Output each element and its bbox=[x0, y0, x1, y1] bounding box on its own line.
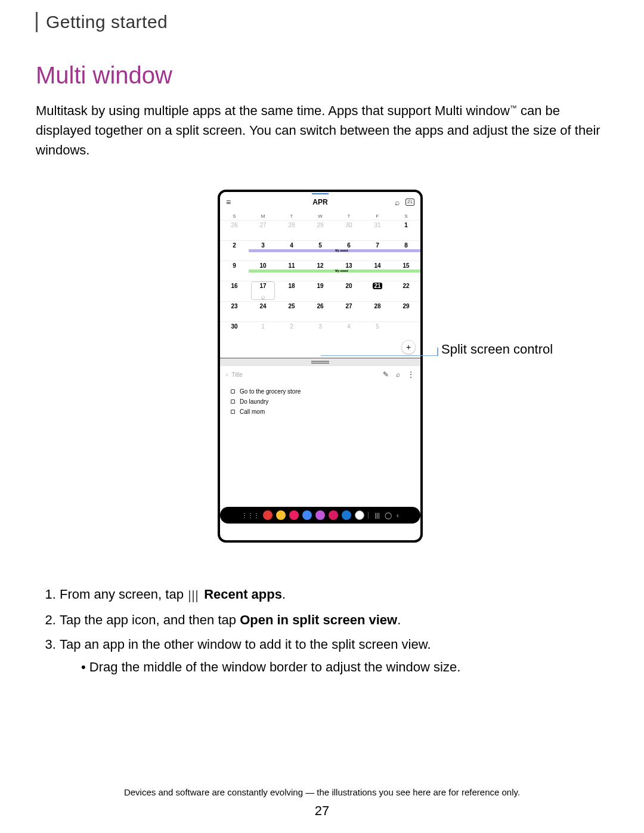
breadcrumb-text: Getting started bbox=[46, 12, 608, 32]
calendar-cell[interactable]: 29 bbox=[392, 302, 420, 322]
calendar-cell[interactable]: 3 bbox=[306, 322, 335, 342]
page-number: 27 bbox=[0, 803, 644, 819]
dock-app-icon[interactable] bbox=[329, 510, 338, 520]
calendar-cell[interactable]: 17☺ bbox=[249, 281, 277, 302]
add-event-button[interactable]: + bbox=[401, 340, 416, 354]
search-icon[interactable]: ⌕ bbox=[396, 370, 400, 379]
back-icon[interactable]: ‹ bbox=[397, 512, 399, 519]
footer-note: Devices and software are constantly evol… bbox=[0, 787, 644, 797]
menu-icon[interactable]: ≡ bbox=[226, 197, 231, 207]
calendar-cell[interactable]: 31 bbox=[363, 221, 392, 241]
notes-pane: ‹ Title ✎ ⌕ ⋮ Go to the grocery storeDo … bbox=[220, 366, 420, 524]
calendar-cell[interactable]: 5 bbox=[363, 322, 392, 342]
calendar-cell[interactable]: 18 bbox=[277, 281, 306, 302]
calendar-day-header: M bbox=[249, 212, 277, 221]
calendar-cell[interactable]: 26 bbox=[306, 302, 335, 322]
calendar-day-header: F bbox=[363, 212, 392, 221]
home-icon[interactable]: ◯ bbox=[385, 512, 392, 519]
checklist-item[interactable]: Go to the grocery store bbox=[231, 386, 410, 397]
calendar-cell[interactable]: 4 bbox=[335, 322, 363, 342]
calendar-cell[interactable]: 27 bbox=[249, 221, 277, 241]
dock-app-icon[interactable] bbox=[263, 510, 273, 520]
calendar-cell[interactable]: 28 bbox=[277, 221, 306, 241]
recents-icon[interactable]: ||| bbox=[374, 512, 380, 519]
calendar-cell[interactable]: 16 bbox=[220, 281, 249, 302]
dock-app-icon[interactable] bbox=[315, 510, 325, 520]
dock-app-icon[interactable] bbox=[289, 510, 299, 520]
calendar-cell[interactable]: 21 bbox=[363, 281, 392, 302]
dock-app-icon[interactable] bbox=[276, 510, 286, 520]
step-3-sub: Drag the middle of the window border to … bbox=[81, 656, 608, 678]
calendar-cell[interactable]: 2 bbox=[220, 241, 249, 261]
calendar-cell[interactable]: 1 bbox=[249, 322, 277, 342]
dock-app-icon[interactable] bbox=[302, 510, 312, 520]
calendar-day-header: W bbox=[306, 212, 335, 221]
calendar-cell[interactable]: 1 bbox=[392, 221, 420, 241]
calendar-cell[interactable]: 3My event bbox=[249, 241, 277, 261]
note-title-placeholder: Title bbox=[231, 371, 243, 378]
calendar-day-header: S bbox=[220, 212, 249, 221]
calendar-cell[interactable]: 26 bbox=[220, 221, 249, 241]
split-divider[interactable] bbox=[220, 358, 420, 366]
calendar-cell[interactable]: 25 bbox=[277, 302, 306, 322]
apps-grid-icon[interactable]: ⋮⋮⋮ bbox=[242, 512, 259, 519]
checklist-item[interactable]: Do laundry bbox=[231, 397, 410, 407]
calendar-cell[interactable]: 30 bbox=[220, 322, 249, 342]
breadcrumb: Getting started bbox=[36, 12, 608, 32]
calendar-cell[interactable] bbox=[392, 322, 420, 342]
calendar-cell[interactable]: 23 bbox=[220, 302, 249, 322]
drag-handle-icon[interactable] bbox=[311, 361, 329, 364]
illustration: ≡ APR ⌕ 21 SMTWTFS 262728293031123My eve… bbox=[36, 190, 608, 559]
recent-apps-icon bbox=[189, 584, 200, 606]
callout-label: Split screen control bbox=[441, 342, 553, 357]
phone-mockup: ≡ APR ⌕ 21 SMTWTFS 262728293031123My eve… bbox=[218, 190, 423, 543]
callout-line bbox=[437, 348, 438, 356]
checklist-item[interactable]: Call mom bbox=[231, 407, 410, 417]
calendar-day-header: S bbox=[392, 212, 420, 221]
checkbox-icon[interactable] bbox=[231, 410, 235, 414]
page-title: Multi window bbox=[36, 62, 608, 89]
intro-paragraph: Multitask by using multiple apps at the … bbox=[36, 101, 608, 160]
calendar-day-header: T bbox=[335, 212, 363, 221]
edit-icon[interactable]: ✎ bbox=[383, 370, 389, 379]
search-icon[interactable]: ⌕ bbox=[395, 197, 400, 207]
calendar-cell[interactable]: 2 bbox=[277, 322, 306, 342]
calendar-cell[interactable]: 10My event bbox=[249, 261, 277, 281]
checkbox-icon[interactable] bbox=[231, 400, 235, 404]
calendar-cell[interactable]: 29 bbox=[306, 221, 335, 241]
more-icon[interactable]: ⋮ bbox=[407, 370, 414, 379]
calendar-cell[interactable]: 27 bbox=[335, 302, 363, 322]
step-3: Tap an app in the other window to add it… bbox=[60, 633, 608, 678]
calendar-cell[interactable]: 9 bbox=[220, 261, 249, 281]
calendar-cell[interactable]: 22 bbox=[392, 281, 420, 302]
calendar-cell[interactable]: 19 bbox=[306, 281, 335, 302]
back-icon[interactable]: ‹ bbox=[226, 371, 228, 378]
dock-app-icon[interactable] bbox=[355, 510, 364, 520]
calendar-grid: SMTWTFS 262728293031123My event45678910M… bbox=[220, 212, 420, 342]
calendar-cell[interactable]: 20 bbox=[335, 281, 363, 302]
instruction-steps: From any screen, tap Recent apps. Tap th… bbox=[36, 583, 608, 678]
step-2: Tap the app icon, and then tap Open in s… bbox=[60, 609, 608, 631]
callout-line bbox=[321, 355, 438, 356]
calendar-day-header: T bbox=[277, 212, 306, 221]
calendar-pane: ≡ APR ⌕ 21 SMTWTFS 262728293031123My eve… bbox=[220, 192, 420, 358]
calendar-cell[interactable]: 30 bbox=[335, 221, 363, 241]
step-1: From any screen, tap Recent apps. bbox=[60, 583, 608, 606]
calendar-month: APR bbox=[220, 198, 420, 206]
dock-app-icon[interactable] bbox=[342, 510, 351, 520]
checkbox-icon[interactable] bbox=[231, 389, 235, 394]
navigation-bar: ⋮⋮⋮ ||| ◯ ‹ bbox=[220, 507, 420, 524]
today-icon[interactable]: 21 bbox=[405, 199, 414, 206]
callout-line bbox=[437, 348, 438, 348]
calendar-cell[interactable]: 28 bbox=[363, 302, 392, 322]
checklist: Go to the grocery storeDo laundryCall mo… bbox=[220, 383, 420, 420]
calendar-cell[interactable]: 24 bbox=[249, 302, 277, 322]
